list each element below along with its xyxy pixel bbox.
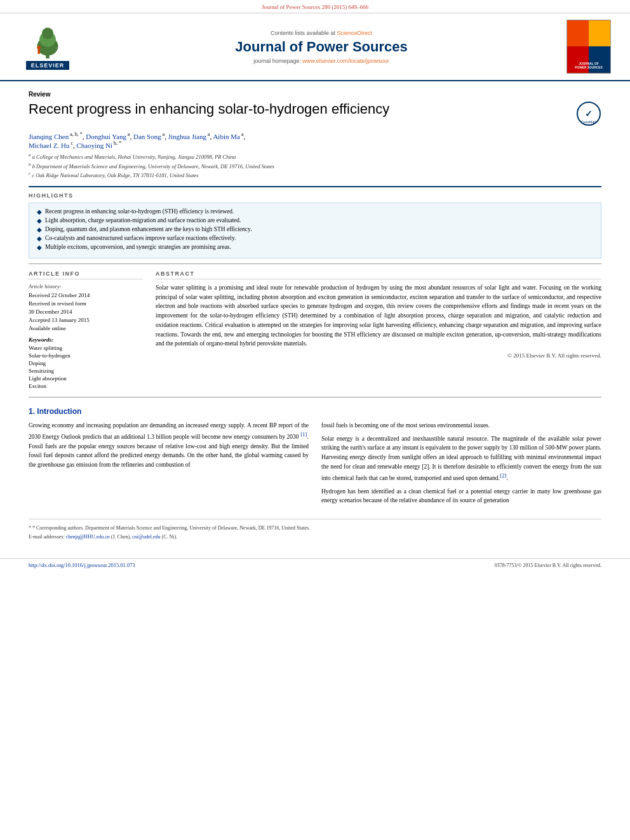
accepted-date: Accepted 13 January 2015 [29,317,143,323]
intro-para-right-3: Hydrogen has been identified as a clean … [321,487,601,505]
highlight-text-1: Recent progress in enhancing solar-to-hy… [45,208,234,215]
author-aibin: Aibin Ma [213,133,239,140]
abstract-text: Solar water splitting is a promising and… [156,283,601,349]
authors: Jianqing Chen a, b, *, Donghui Yang a, D… [29,131,601,149]
highlights-section: HIGHLIGHTS ◆ Recent progress in enhancin… [29,192,601,258]
highlight-item-3: ◆ Doping, quantum dot, and plasmon enhan… [37,226,593,233]
highlights-box: ◆ Recent progress in enhancing solar-to-… [29,203,601,258]
highlights-title: HIGHLIGHTS [29,192,601,199]
keyword-3: Doping [29,360,143,366]
journal-header-left: ELSEVIER [13,24,83,70]
svg-point-3 [42,27,53,39]
affiliation-a: a a College of Mechanics and Materials, … [29,152,601,161]
svg-text:JOURNAL OF: JOURNAL OF [579,62,598,65]
ref-1[interactable]: [1] [300,431,307,437]
email-1-link[interactable]: chenjq@HHU.edu.cn [66,534,110,540]
author-dan: Dan Song [133,133,161,140]
svg-rect-7 [567,20,589,46]
author-sup-a: a, b, * [69,131,83,137]
author-michael: Michael Z. Hu [29,141,69,149]
bullet-4: ◆ [37,235,42,242]
keyword-6: Exciton [29,383,143,389]
intro-body-left: Growing economy and increasing populatio… [29,421,309,470]
separator-1 [29,263,601,264]
author-sup-c: a [161,131,165,137]
article-info-col: ARTICLE INFO Article history: Received 2… [29,270,143,390]
bullet-3: ◆ [37,226,42,233]
revised-date: 30 December 2014 [29,309,143,315]
author-sup-e: a [240,131,244,137]
intro-col-right: fossil fuels is becoming one of the most… [321,421,601,509]
review-label: Review [29,91,601,98]
abstract-paragraph: Solar water splitting is a promising and… [156,283,601,349]
keyword-4: Sensitizing [29,368,143,374]
doi-link[interactable]: http://dx.doi.org/10.1016/j.jpowsour.201… [29,562,135,568]
revised-label: Received in revised form [29,300,143,307]
author-donghui: Donghui Yang [86,133,126,140]
author-sup-f: c [69,140,73,146]
journal-cover-image: JOURNAL OF POWER SOURCES [566,20,611,74]
ref-2[interactable]: [2] [500,472,507,479]
intro-para-right-2: Solar energy is a decentralized and inex… [321,434,601,483]
intro-two-col: Growing economy and increasing populatio… [29,421,601,509]
author-jinghua: Jinghua Jiang [168,133,206,140]
svg-text:POWER SOURCES: POWER SOURCES [575,66,603,69]
elsevier-tree-icon [25,24,70,59]
crossmark-icon: ✓ CrossMark [576,101,601,126]
article-info-abstract-section: ARTICLE INFO Article history: Received 2… [29,270,601,390]
author-sup-g: b, * [112,140,121,146]
highlight-text-2: Light absorption, charge separation-migr… [45,217,241,223]
elsevier-logo: ELSEVIER [25,24,70,70]
svg-text:✓: ✓ [585,109,593,119]
intro-col-left: Growing economy and increasing populatio… [29,421,309,509]
intro-para-1: Growing economy and increasing populatio… [29,421,309,470]
section-title: 1. Introduction [29,407,601,416]
bottom-bar: http://dx.doi.org/10.1016/j.jpowsour.201… [0,558,630,571]
journal-header-right: JOURNAL OF POWER SOURCES [560,20,617,74]
history-label: Article history: [29,283,143,290]
author-sup-b: a [126,131,130,137]
separator-thick [29,186,601,187]
footnotes-area: * * Corresponding authors. Department of… [29,519,601,540]
affiliation-b: b b Department of Materials Science and … [29,161,601,171]
issn-text: 0378-7753/© 2015 Elsevier B.V. All right… [495,563,601,568]
introduction-section: 1. Introduction Growing economy and incr… [29,407,601,509]
contents-text: Contents lists available at [271,30,335,36]
sciencedirect-line: Contents lists available at ScienceDirec… [95,30,547,36]
available-online: Available online [29,325,143,331]
keyword-5: Light absorption [29,375,143,382]
author-sup-d: a [206,131,210,137]
journal-title: Journal of Power Sources [95,39,547,55]
bullet-2: ◆ [37,217,42,224]
highlight-item-2: ◆ Light absorption, charge separation-mi… [37,217,593,224]
footnote-corresponding: * * Corresponding authors. Department of… [29,524,601,531]
sciencedirect-text: ScienceDirect [337,30,373,36]
bullet-5: ◆ [37,244,42,251]
keywords-label: Keywords: [29,337,143,343]
author-chaoying: Chaoying Ni [77,141,113,149]
elsevier-label: ELSEVIER [26,61,70,70]
homepage-label: journal homepage: [253,58,301,64]
received-date: Received 22 October 2014 [29,292,143,298]
svg-rect-9 [589,20,610,46]
bullet-1: ◆ [37,208,42,215]
journal-header: ELSEVIER Contents lists available at Sci… [0,13,630,81]
homepage-url[interactable]: www.elsevier.com/locate/jpowsour [302,58,389,64]
intro-para-right-1: fossil fuels is becoming one of the most… [321,421,601,430]
article-content: Review Recent progress in enhancing sola… [0,81,630,552]
svg-text:CrossMark: CrossMark [581,120,597,124]
email-2-link[interactable]: cni@udel.edu [132,534,160,540]
intro-body-right: fossil fuels is becoming one of the most… [321,421,601,505]
journal-header-center: Contents lists available at ScienceDirec… [83,30,560,64]
keyword-2: Solar-to-hydrogen [29,352,143,359]
svg-point-4 [37,45,41,49]
highlight-item-4: ◆ Co-catalysts and nanostructured surfac… [37,235,593,242]
svg-rect-5 [37,49,40,53]
highlight-item-1: ◆ Recent progress in enhancing solar-to-… [37,208,593,215]
separator-2 [29,397,601,397]
keyword-1: Water splitting [29,345,143,351]
author-jianqing: Jianqing Chen [29,133,69,140]
abstract-col: ABSTRACT Solar water splitting is a prom… [156,270,601,390]
highlight-item-5: ◆ Multiple excitons, upconversion, and s… [37,244,593,251]
abstract-heading: ABSTRACT [156,270,601,279]
